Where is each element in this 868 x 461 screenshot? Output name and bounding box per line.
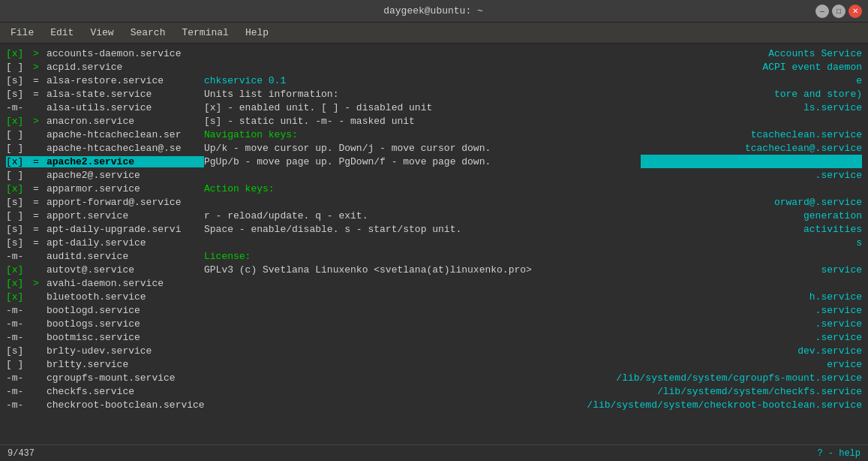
service-line[interactable]: [ ]apache-htcacheclean.serNavigation key… (0, 128, 868, 141)
info-text: PgUp/b - move page up. PgDown/f - move p… (204, 156, 579, 167)
service-line[interactable]: [x]=apparmor.serviceAction keys: (0, 182, 868, 195)
service-line[interactable]: -m-checkfs.service/lib/systemd/system/ch… (0, 384, 868, 398)
service-arrow: = (33, 197, 47, 208)
status-bar: 9/437 ? - help (0, 444, 868, 461)
service-line[interactable]: [ ]=apport.servicer - reload/update. q -… (0, 209, 868, 222)
service-status: [ ] (6, 359, 33, 370)
service-line[interactable]: [s]=apport-forward@.serviceorward@.servi… (0, 195, 868, 209)
menu-help[interactable]: Help (238, 25, 276, 41)
service-name: acpid.service (47, 62, 204, 73)
service-name: alsa-restore.service (47, 75, 204, 86)
service-far-right: .service (815, 170, 862, 181)
window-title: daygeek@ubuntu: ~ (51, 5, 815, 17)
service-arrow: > (33, 116, 47, 127)
service-status: [x] (6, 48, 33, 59)
service-status: -m- (6, 318, 33, 330)
service-status: -m- (6, 399, 33, 411)
service-far-right: h.service (809, 291, 862, 303)
info-text: Space - enable/disable. s - start/stop u… (204, 224, 579, 235)
service-arrow: = (33, 237, 47, 249)
info-text: [s] - static unit. -m- - masked unit (204, 116, 579, 127)
service-status: [s] (6, 224, 33, 235)
service-line[interactable]: [ ]apache2@.service.service (0, 168, 868, 182)
service-status: -m- (6, 102, 33, 113)
service-far-right: s (856, 237, 862, 249)
terminal-body: [x]>accounts-daemon.serviceAccounts Serv… (0, 44, 868, 444)
service-name: apport-forward@.service (47, 197, 204, 208)
service-line[interactable]: [x]autovt@.serviceGPLv3 (c) Svetlana Lin… (0, 263, 868, 276)
menu-search[interactable]: Search (123, 25, 173, 41)
menu-view[interactable]: View (83, 25, 121, 41)
service-name: brltty.service (47, 359, 204, 370)
service-name: apache2.service (47, 156, 204, 167)
service-status: [s] (6, 237, 33, 249)
info-text: GPLv3 (c) Svetlana Linuxenko <svetlana(a… (204, 264, 579, 276)
service-far-right: generation (803, 210, 862, 221)
service-name: alsa-state.service (47, 89, 204, 100)
service-line[interactable]: -m-auditd.serviceLicense: (0, 249, 868, 263)
service-line[interactable]: [ ]brltty.serviceervice (0, 357, 868, 371)
service-far-right: orward@.service (774, 197, 862, 208)
service-line[interactable]: [s]brlty-udev.servicedev.service (0, 344, 868, 357)
service-name: apt-daily.service (47, 237, 204, 249)
service-line[interactable]: [x]>avahi-daemon.service (0, 276, 868, 290)
service-status: [ ] (6, 170, 33, 181)
help-indicator: ? - help (817, 448, 860, 459)
title-bar: daygeek@ubuntu: ~ – □ ✕ (0, 0, 868, 23)
service-line[interactable]: [x]bluetooth.serviceh.service (0, 290, 868, 303)
service-far-right: ervice (827, 359, 862, 370)
close-button[interactable]: ✕ (848, 5, 862, 18)
service-name: autovt@.service (47, 264, 204, 276)
info-text: Up/k - move cursor up. Down/j - move cur… (204, 143, 579, 154)
service-line[interactable]: [ ]>acpid.serviceACPI event daemon (0, 60, 868, 74)
service-line[interactable]: [s]=alsa-state.serviceUnits list informa… (0, 87, 868, 101)
service-far-right: tcacheclean@.service (745, 143, 862, 154)
service-line[interactable]: [s]=alsa-restore.servicechkservice 0.1e (0, 74, 868, 87)
terminal: [x]>accounts-daemon.serviceAccounts Serv… (0, 44, 868, 461)
minimize-button[interactable]: – (815, 5, 829, 18)
menu-edit[interactable]: Edit (43, 25, 81, 41)
service-line[interactable]: -m-bootmisc.service.service (0, 330, 868, 344)
service-far-right: ACPI event daemon (762, 62, 862, 73)
maximize-button[interactable]: □ (832, 5, 845, 18)
service-arrow: = (33, 89, 47, 100)
service-far-right: activities (803, 224, 862, 235)
service-status: [x] (6, 264, 33, 276)
service-status: [ ] (6, 143, 33, 154)
service-far-right: service (821, 264, 862, 276)
service-line[interactable]: -m-cgroupfs-mount.service/lib/systemd/sy… (0, 371, 868, 384)
service-name: apparmor.service (47, 183, 204, 194)
service-far-right: .service (815, 318, 862, 330)
service-far-right: /lib/systemd/system/checkfs.service (657, 386, 862, 397)
service-far-right: e (856, 75, 862, 86)
service-line[interactable]: -m-bootlogs.service.service (0, 317, 868, 330)
service-line[interactable]: [x]>anacron.service[s] - static unit. -m… (0, 114, 868, 128)
service-arrow: = (33, 210, 47, 221)
service-line[interactable]: -m-bootlogd.service.service (0, 303, 868, 317)
info-text: Action keys: (204, 183, 579, 194)
service-status: -m- (6, 372, 33, 384)
menu-file[interactable]: File (3, 25, 41, 41)
service-name: apache2@.service (47, 170, 204, 181)
service-far-right: Accounts Service (768, 48, 862, 59)
service-line[interactable]: [ ]apache-htcacheclean@.seUp/k - move cu… (0, 141, 868, 155)
service-far-right (641, 155, 862, 168)
service-name: bluetooth.service (47, 291, 204, 303)
service-status: [s] (6, 75, 33, 86)
info-text: r - reload/update. q - exit. (204, 210, 579, 221)
menu-terminal[interactable]: Terminal (174, 25, 236, 41)
service-name: checkfs.service (47, 386, 204, 397)
service-line[interactable]: [s]=apt-daily-upgrade.serviSpace - enabl… (0, 222, 868, 236)
service-name: bootmisc.service (47, 332, 204, 343)
menu-bar: File Edit View Search Terminal Help (0, 23, 868, 44)
service-far-right: dev.service (797, 345, 862, 357)
service-arrow: = (33, 224, 47, 235)
service-line[interactable]: -m-checkroot-bootclean.service/lib/syste… (0, 398, 868, 411)
service-line[interactable]: [x]=apache2.servicePgUp/b - move page up… (0, 155, 868, 168)
service-line[interactable]: [x]>accounts-daemon.serviceAccounts Serv… (0, 47, 868, 60)
service-line[interactable]: -m-alsa-utils.service[x] - enabled unit.… (0, 101, 868, 114)
service-name: bootlogd.service (47, 305, 204, 316)
info-text: Navigation keys: (204, 129, 579, 140)
service-line[interactable]: [s]=apt-daily.services (0, 236, 868, 249)
service-far-right: ls.service (803, 102, 862, 113)
